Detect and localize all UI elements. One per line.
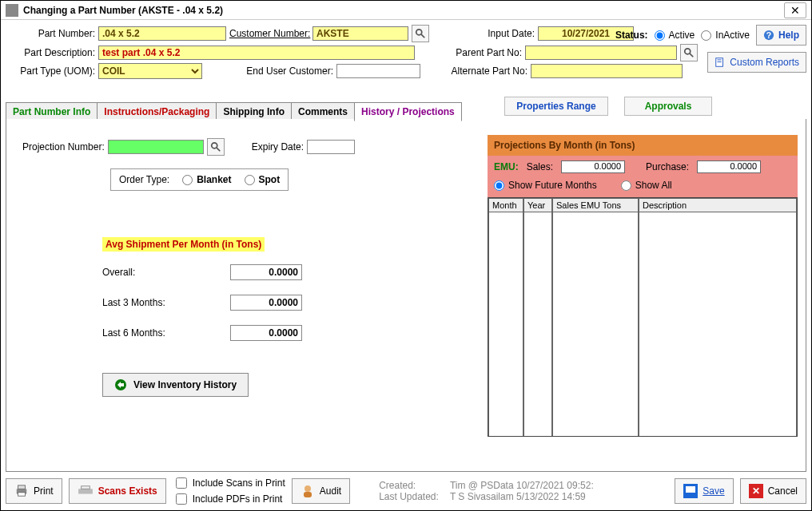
svg-rect-16 xyxy=(81,486,90,489)
created-value: Tim @ PSData 10/27/2021 09:52: xyxy=(450,480,594,491)
col-year[interactable]: Year xyxy=(523,198,552,212)
svg-point-5 xyxy=(416,30,422,35)
svg-point-9 xyxy=(211,143,217,149)
part-number-input[interactable] xyxy=(98,26,226,41)
projections-grid[interactable]: Month Year Sales EMU Tons Description xyxy=(488,197,798,437)
part-type-label: Part Type (UOM): xyxy=(6,65,95,77)
app-icon xyxy=(6,4,18,17)
show-future-months-radio[interactable]: Show Future Months xyxy=(494,180,597,191)
svg-rect-18 xyxy=(304,492,312,497)
svg-rect-15 xyxy=(78,489,93,493)
view-inventory-history-button[interactable]: View Inventory History xyxy=(102,373,249,397)
part-type-select[interactable]: COIL xyxy=(98,63,202,79)
help-button[interactable]: ? Help xyxy=(756,25,806,46)
input-date-label: Input Date: xyxy=(456,28,535,39)
print-button[interactable]: Print xyxy=(6,478,62,504)
status-active-radio[interactable]: Active xyxy=(655,30,695,41)
order-type-blanket-radio[interactable]: Blanket xyxy=(182,174,231,185)
svg-point-17 xyxy=(304,485,311,492)
svg-line-6 xyxy=(421,34,424,38)
updated-value: T S Sivasailam 5/13/2022 14:59 xyxy=(450,491,594,502)
alternate-part-no-label: Alternate Part No: xyxy=(424,65,527,77)
status-label: Status: xyxy=(615,30,648,41)
alternate-part-no-input[interactable] xyxy=(531,64,683,78)
order-type-label: Order Type: xyxy=(119,174,169,185)
customer-number-label: Customer Number: xyxy=(229,28,309,39)
part-number-label: Part Number: xyxy=(6,28,95,39)
save-icon xyxy=(683,484,698,498)
projection-number-input[interactable] xyxy=(108,140,204,154)
window-title: Changing a Part Number (AKSTE - .04 x 5.… xyxy=(23,5,784,16)
projections-title: Projections By Month (in Tons) xyxy=(488,135,798,156)
svg-rect-4 xyxy=(718,61,722,62)
svg-rect-13 xyxy=(18,485,26,489)
sales-label: Sales: xyxy=(527,161,553,172)
parent-part-no-search-button[interactable] xyxy=(680,44,698,61)
end-user-customer-input[interactable] xyxy=(336,64,420,78)
scans-exists-button[interactable]: Scans Exists xyxy=(69,478,166,504)
order-type-spot-radio[interactable]: Spot xyxy=(245,174,281,185)
projection-number-search-button[interactable] xyxy=(207,138,225,156)
overall-label: Overall: xyxy=(102,267,135,278)
svg-rect-3 xyxy=(718,60,722,61)
status-inactive-radio[interactable]: InActive xyxy=(701,30,750,41)
col-description[interactable]: Description xyxy=(639,198,797,212)
col-month[interactable]: Month xyxy=(488,198,523,212)
tab-history-projections[interactable]: History / Projections xyxy=(354,102,462,121)
svg-line-8 xyxy=(690,53,693,57)
end-user-customer-label: End User Customer: xyxy=(205,65,333,77)
part-description-label: Part Description: xyxy=(6,47,95,58)
purchase-label: Purchase: xyxy=(646,161,689,172)
last6-value[interactable] xyxy=(230,325,302,341)
close-icon[interactable]: ✕ xyxy=(784,2,806,18)
svg-point-7 xyxy=(685,49,691,54)
updated-label: Last Updated: xyxy=(379,491,439,502)
last3-value[interactable] xyxy=(230,295,302,311)
show-all-radio[interactable]: Show All xyxy=(621,180,672,191)
sales-value: 0.0000 xyxy=(561,160,625,173)
avg-shipment-title: Avg Shipment Per Month (in Tons) xyxy=(102,237,265,252)
svg-line-10 xyxy=(217,148,220,151)
save-button[interactable]: Save xyxy=(675,478,733,504)
audit-button[interactable]: Audit xyxy=(292,478,350,504)
custom-reports-button[interactable]: Custom Reports xyxy=(707,52,806,73)
expiry-date-label: Expiry Date: xyxy=(252,141,304,153)
projection-number-label: Projection Number: xyxy=(22,141,105,153)
svg-text:?: ? xyxy=(766,30,771,40)
customer-number-search-button[interactable] xyxy=(412,25,429,42)
cancel-icon: ✕ xyxy=(749,484,763,498)
created-label: Created: xyxy=(379,480,439,491)
parent-part-no-input[interactable] xyxy=(525,46,677,60)
svg-rect-14 xyxy=(18,493,26,496)
include-scans-checkbox[interactable]: Include Scans in Print xyxy=(173,475,285,491)
expiry-date-input[interactable] xyxy=(307,140,355,154)
parent-part-no-label: Parent Part No: xyxy=(418,47,522,58)
order-type-group: Order Type: Blanket Spot xyxy=(110,168,289,191)
last6-label: Last 6 Months: xyxy=(102,327,165,339)
emu-label: EMU: xyxy=(494,161,519,172)
purchase-value: 0.0000 xyxy=(697,160,761,173)
last3-label: Last 3 Months: xyxy=(102,297,165,308)
customer-number-input[interactable] xyxy=(312,26,408,41)
col-sales-emu-tons[interactable]: Sales EMU Tons xyxy=(552,198,639,212)
include-pdfs-checkbox[interactable]: Include PDFs in Print xyxy=(173,491,285,507)
part-description-input[interactable] xyxy=(98,46,415,60)
overall-value[interactable] xyxy=(230,264,302,280)
cancel-button[interactable]: ✕ Cancel xyxy=(740,478,806,504)
